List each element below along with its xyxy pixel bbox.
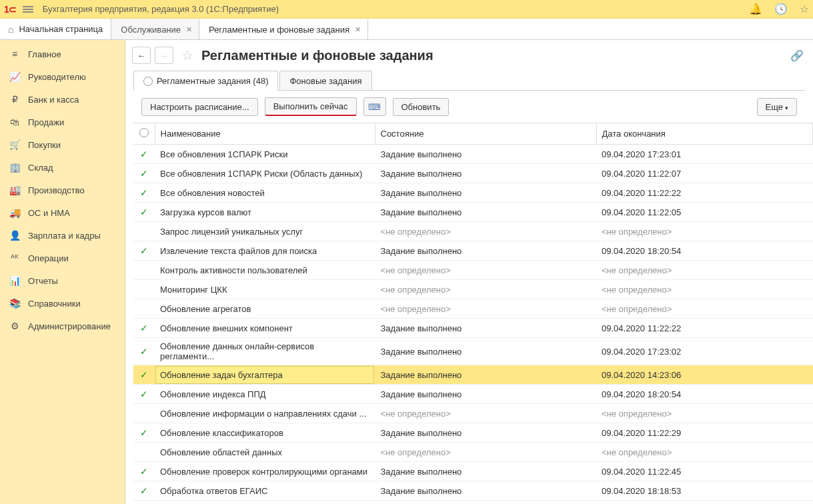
schedule-button[interactable]: Настроить расписание... xyxy=(141,98,258,116)
date-cell: <не определено> xyxy=(596,443,813,462)
globe-icon xyxy=(139,128,149,137)
table-row[interactable]: ✓Обновление проверок контролирующими орг… xyxy=(133,462,813,481)
status-cell: ✓ xyxy=(133,164,155,183)
table-row[interactable]: ✓Извлечение текста файлов для поискаЗада… xyxy=(133,241,813,261)
table-row[interactable]: Мониторинг ЦКК<не определено><не определ… xyxy=(133,280,813,299)
table-row[interactable]: Обновление областей данных<не определено… xyxy=(133,443,813,462)
sidebar-item[interactable]: 🏭Производство xyxy=(0,179,125,201)
table-row[interactable]: ✓Все обновления 1СПАРК РискиЗадание выпо… xyxy=(133,145,813,164)
sidebar-item[interactable]: 📚Справочники xyxy=(0,292,125,315)
state-cell: Задание выполнено xyxy=(375,481,596,501)
table-row[interactable]: ✓Обновление классификаторовЗадание выпол… xyxy=(133,423,813,443)
state-cell: Задание выполнено xyxy=(375,145,596,164)
home-tab[interactable]: ⌂ Начальная страница xyxy=(0,19,111,39)
sidebar-item-label: Главное xyxy=(28,49,61,59)
table-row[interactable]: Обновление агрегатов<не определено><не о… xyxy=(133,299,813,319)
menu-icon[interactable] xyxy=(23,5,33,14)
state-cell: Задание выполнено xyxy=(375,183,596,203)
name-cell: Обновление проверок контролирующими орга… xyxy=(155,462,375,481)
keyboard-button[interactable]: ⌨ xyxy=(363,97,386,116)
date-cell: 09.04.2020 17:23:02 xyxy=(596,338,813,365)
date-cell: <не определено> xyxy=(596,501,813,505)
sidebar-item-label: Отчеты xyxy=(28,276,58,286)
sidebar-item[interactable]: 🏢Склад xyxy=(0,156,125,179)
col-date-header[interactable]: Дата окончания xyxy=(596,123,813,145)
sidebar-item[interactable]: 🚚ОС и НМА xyxy=(0,201,125,224)
name-cell: Обновление данных онлайн-сервисов реглам… xyxy=(155,338,375,365)
sidebar-item-label: Операции xyxy=(28,253,69,263)
nav-back-button[interactable]: ← xyxy=(132,47,151,64)
title-bar: 1⊂ Бухгалтерия предприятия, редакция 3.0… xyxy=(0,0,813,19)
sidebar-icon: ⚙ xyxy=(9,321,20,331)
status-cell: ✓ xyxy=(133,365,155,385)
close-icon[interactable]: ✕ xyxy=(185,25,193,34)
date-cell: 09.04.2020 14:23:06 xyxy=(596,365,813,385)
table-row[interactable]: Запрос лицензий уникальных услуг<не опре… xyxy=(133,222,813,241)
run-now-button[interactable]: Выполнить сейчас xyxy=(265,97,357,116)
sidebar-item[interactable]: 👤Зарплата и кадры xyxy=(0,224,125,247)
sidebar-item-label: Администрирование xyxy=(28,321,111,331)
col-name-header[interactable]: Наименование xyxy=(155,123,375,145)
table-row[interactable]: Обновление информации о направлениях сда… xyxy=(133,404,813,423)
table-row[interactable]: ✓Обновление данных онлайн-сервисов регла… xyxy=(133,338,813,365)
table-row[interactable]: Обслуживание областей данных<не определе… xyxy=(133,501,813,505)
date-cell: <не определено> xyxy=(596,261,813,280)
nav-forward-button[interactable]: → xyxy=(155,47,173,64)
tab-obsluzh[interactable]: Обслуживание ✕ xyxy=(111,19,199,39)
star-icon[interactable]: ☆ xyxy=(800,3,809,15)
col-status-header[interactable] xyxy=(133,123,155,145)
more-button[interactable]: Еще▾ xyxy=(757,98,797,116)
date-cell: 09.04.2020 17:23:01 xyxy=(596,145,813,164)
link-icon[interactable]: 🔗 xyxy=(790,49,804,62)
sidebar-item[interactable]: ₽Банк и касса xyxy=(0,88,125,111)
table-row[interactable]: ✓Обновление индекса ППДЗадание выполнено… xyxy=(133,385,813,404)
sidebar-item[interactable]: ≡Главное xyxy=(0,43,125,65)
state-cell: Задание выполнено xyxy=(375,385,596,404)
state-cell: Задание выполнено xyxy=(375,365,596,385)
state-cell: Задание выполнено xyxy=(375,164,596,183)
date-cell: 09.04.2020 11:22:07 xyxy=(596,164,813,183)
sidebar-item-label: Склад xyxy=(28,163,53,173)
sidebar-item[interactable]: ᴬᴷОперации xyxy=(0,247,125,269)
name-cell: Обработка ответов ЕГАИС xyxy=(155,481,375,501)
table-row[interactable]: ✓Обновление внешних компонентЗадание вып… xyxy=(133,319,813,338)
name-cell: Обновление индекса ППД xyxy=(155,385,375,404)
sidebar-item[interactable]: 🛒Покупки xyxy=(0,133,125,156)
bell-icon[interactable]: 🔔 xyxy=(749,3,762,15)
sidebar-item-label: Банк и касса xyxy=(28,95,79,105)
date-cell: 09.04.2020 11:22:05 xyxy=(596,203,813,222)
sidebar-item[interactable]: 🛍Продажи xyxy=(0,111,125,133)
sidebar-item[interactable]: 📊Отчеты xyxy=(0,269,125,292)
tab-scheduled[interactable]: Регламентные задания (48) xyxy=(133,71,278,91)
status-cell xyxy=(133,222,155,241)
home-icon: ⌂ xyxy=(8,24,13,35)
state-cell: Задание выполнено xyxy=(375,203,596,222)
sidebar-item-label: Зарплата и кадры xyxy=(28,231,101,241)
home-tab-label: Начальная страница xyxy=(19,24,103,34)
tab-background[interactable]: Фоновые задания xyxy=(279,71,371,91)
table-row[interactable]: ✓Обработка ответов ЕГАИСЗадание выполнен… xyxy=(133,481,813,501)
status-cell: ✓ xyxy=(133,462,155,481)
table-row[interactable]: Контроль активности пользователей<не опр… xyxy=(133,261,813,280)
tab-reglament[interactable]: Регламентные и фоновые задания ✕ xyxy=(199,19,368,39)
sidebar-item[interactable]: ⚙Администрирование xyxy=(0,315,125,337)
status-cell xyxy=(133,261,155,280)
table-row[interactable]: ✓Обновление задач бухгалтераЗадание выпо… xyxy=(133,365,813,385)
sidebar-icon: 📚 xyxy=(9,298,20,309)
table-row[interactable]: ✓Все обновления новостейЗадание выполнен… xyxy=(133,183,813,203)
state-cell: Задание выполнено xyxy=(375,462,596,481)
table-row[interactable]: ✓Загрузка курсов валютЗадание выполнено0… xyxy=(133,203,813,222)
status-cell: ✓ xyxy=(133,241,155,261)
status-cell: ✓ xyxy=(133,203,155,222)
sidebar-item-label: Продажи xyxy=(28,117,64,127)
favorite-icon[interactable]: ☆ xyxy=(181,47,193,63)
history-icon[interactable]: 🕓 xyxy=(774,3,788,15)
name-cell: Обновление внешних компонент xyxy=(155,319,375,338)
sidebar-icon: 👤 xyxy=(9,230,20,241)
table-row[interactable]: ✓Все обновления 1СПАРК Риски (Область да… xyxy=(133,164,813,183)
refresh-button[interactable]: Обновить xyxy=(393,98,450,116)
col-state-header[interactable]: Состояние xyxy=(375,123,596,145)
close-icon[interactable]: ✕ xyxy=(353,25,362,34)
status-cell xyxy=(133,404,155,423)
sidebar-item[interactable]: 📈Руководителю xyxy=(0,65,125,88)
